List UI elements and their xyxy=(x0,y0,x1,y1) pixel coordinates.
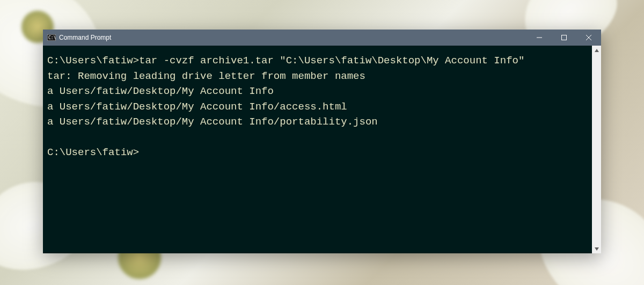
window-controls xyxy=(527,30,601,46)
window-title: Command Prompt xyxy=(59,30,527,46)
svg-rect-3 xyxy=(562,35,567,40)
close-button[interactable] xyxy=(576,30,601,46)
terminal-area: C:\Users\fatiw>tar -cvzf archive1.tar "C… xyxy=(43,46,601,253)
command-prompt-icon: C:\ xyxy=(47,34,56,41)
maximize-button[interactable] xyxy=(552,30,576,46)
terminal-output[interactable]: C:\Users\fatiw>tar -cvzf archive1.tar "C… xyxy=(43,46,592,253)
scroll-track[interactable] xyxy=(592,55,601,244)
minimize-button[interactable] xyxy=(527,30,552,46)
scroll-up-button[interactable] xyxy=(592,46,601,55)
scroll-down-button[interactable] xyxy=(592,244,601,253)
svg-marker-6 xyxy=(595,49,599,52)
scrollbar[interactable] xyxy=(592,46,601,253)
titlebar[interactable]: C:\ Command Prompt xyxy=(43,30,601,46)
svg-text:C:\: C:\ xyxy=(48,35,56,40)
svg-marker-7 xyxy=(595,247,599,251)
command-prompt-window: C:\ Command Prompt C:\Users\fatiw>tar -c… xyxy=(43,30,601,253)
